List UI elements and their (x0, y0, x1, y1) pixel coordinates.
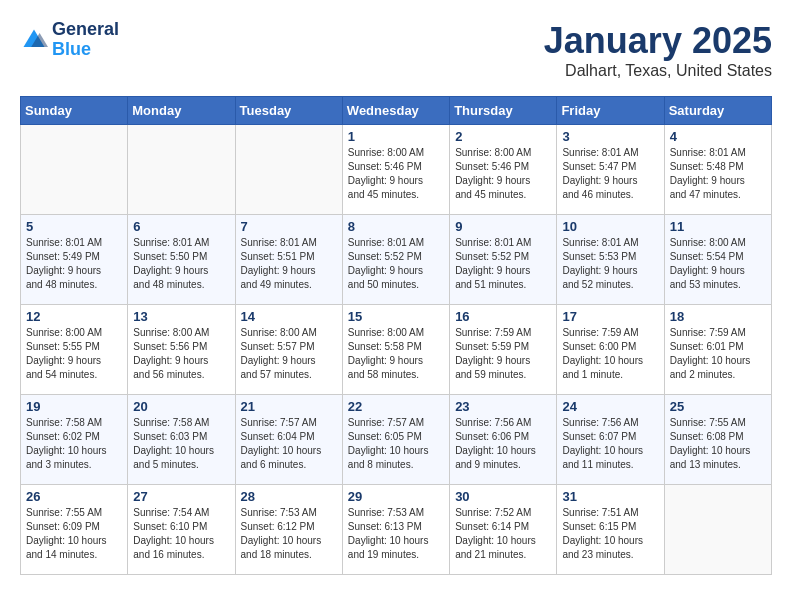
title-block: January 2025 Dalhart, Texas, United Stat… (544, 20, 772, 80)
day-info: Sunrise: 7:53 AM Sunset: 6:13 PM Dayligh… (348, 506, 444, 562)
calendar-cell: 23Sunrise: 7:56 AM Sunset: 6:06 PM Dayli… (450, 395, 557, 485)
calendar-cell: 1Sunrise: 8:00 AM Sunset: 5:46 PM Daylig… (342, 125, 449, 215)
day-number: 15 (348, 309, 444, 324)
calendar-cell: 26Sunrise: 7:55 AM Sunset: 6:09 PM Dayli… (21, 485, 128, 575)
week-row-3: 12Sunrise: 8:00 AM Sunset: 5:55 PM Dayli… (21, 305, 772, 395)
day-info: Sunrise: 7:59 AM Sunset: 6:00 PM Dayligh… (562, 326, 658, 382)
calendar-cell: 18Sunrise: 7:59 AM Sunset: 6:01 PM Dayli… (664, 305, 771, 395)
calendar-cell: 17Sunrise: 7:59 AM Sunset: 6:00 PM Dayli… (557, 305, 664, 395)
day-number: 29 (348, 489, 444, 504)
calendar-cell: 22Sunrise: 7:57 AM Sunset: 6:05 PM Dayli… (342, 395, 449, 485)
day-number: 7 (241, 219, 337, 234)
day-info: Sunrise: 8:00 AM Sunset: 5:46 PM Dayligh… (455, 146, 551, 202)
day-number: 6 (133, 219, 229, 234)
logo-line1: General (52, 20, 119, 40)
weekday-header-tuesday: Tuesday (235, 97, 342, 125)
day-number: 11 (670, 219, 766, 234)
day-number: 4 (670, 129, 766, 144)
calendar-cell: 10Sunrise: 8:01 AM Sunset: 5:53 PM Dayli… (557, 215, 664, 305)
weekday-header-monday: Monday (128, 97, 235, 125)
calendar-cell: 2Sunrise: 8:00 AM Sunset: 5:46 PM Daylig… (450, 125, 557, 215)
day-info: Sunrise: 7:59 AM Sunset: 6:01 PM Dayligh… (670, 326, 766, 382)
weekday-header-wednesday: Wednesday (342, 97, 449, 125)
calendar-table: SundayMondayTuesdayWednesdayThursdayFrid… (20, 96, 772, 575)
day-number: 5 (26, 219, 122, 234)
calendar-cell: 16Sunrise: 7:59 AM Sunset: 5:59 PM Dayli… (450, 305, 557, 395)
day-info: Sunrise: 8:01 AM Sunset: 5:48 PM Dayligh… (670, 146, 766, 202)
day-number: 22 (348, 399, 444, 414)
calendar-cell: 12Sunrise: 8:00 AM Sunset: 5:55 PM Dayli… (21, 305, 128, 395)
calendar-cell: 3Sunrise: 8:01 AM Sunset: 5:47 PM Daylig… (557, 125, 664, 215)
calendar-cell: 13Sunrise: 8:00 AM Sunset: 5:56 PM Dayli… (128, 305, 235, 395)
day-number: 9 (455, 219, 551, 234)
day-info: Sunrise: 7:56 AM Sunset: 6:06 PM Dayligh… (455, 416, 551, 472)
day-info: Sunrise: 7:54 AM Sunset: 6:10 PM Dayligh… (133, 506, 229, 562)
calendar-cell: 31Sunrise: 7:51 AM Sunset: 6:15 PM Dayli… (557, 485, 664, 575)
weekday-header-thursday: Thursday (450, 97, 557, 125)
calendar-subtitle: Dalhart, Texas, United States (544, 62, 772, 80)
day-info: Sunrise: 8:00 AM Sunset: 5:58 PM Dayligh… (348, 326, 444, 382)
day-number: 19 (26, 399, 122, 414)
calendar-cell: 29Sunrise: 7:53 AM Sunset: 6:13 PM Dayli… (342, 485, 449, 575)
calendar-cell: 28Sunrise: 7:53 AM Sunset: 6:12 PM Dayli… (235, 485, 342, 575)
day-number: 28 (241, 489, 337, 504)
page-header: General Blue January 2025 Dalhart, Texas… (20, 20, 772, 80)
day-number: 13 (133, 309, 229, 324)
day-info: Sunrise: 8:01 AM Sunset: 5:47 PM Dayligh… (562, 146, 658, 202)
day-number: 21 (241, 399, 337, 414)
calendar-cell (664, 485, 771, 575)
day-info: Sunrise: 7:55 AM Sunset: 6:08 PM Dayligh… (670, 416, 766, 472)
day-number: 20 (133, 399, 229, 414)
day-number: 24 (562, 399, 658, 414)
day-number: 17 (562, 309, 658, 324)
logo-text: General Blue (52, 20, 119, 60)
day-info: Sunrise: 7:57 AM Sunset: 6:04 PM Dayligh… (241, 416, 337, 472)
calendar-title: January 2025 (544, 20, 772, 62)
week-row-4: 19Sunrise: 7:58 AM Sunset: 6:02 PM Dayli… (21, 395, 772, 485)
day-number: 12 (26, 309, 122, 324)
calendar-cell: 20Sunrise: 7:58 AM Sunset: 6:03 PM Dayli… (128, 395, 235, 485)
day-number: 30 (455, 489, 551, 504)
day-number: 2 (455, 129, 551, 144)
calendar-cell: 8Sunrise: 8:01 AM Sunset: 5:52 PM Daylig… (342, 215, 449, 305)
calendar-cell: 9Sunrise: 8:01 AM Sunset: 5:52 PM Daylig… (450, 215, 557, 305)
day-info: Sunrise: 8:00 AM Sunset: 5:57 PM Dayligh… (241, 326, 337, 382)
calendar-cell (128, 125, 235, 215)
day-info: Sunrise: 7:58 AM Sunset: 6:02 PM Dayligh… (26, 416, 122, 472)
calendar-body: 1Sunrise: 8:00 AM Sunset: 5:46 PM Daylig… (21, 125, 772, 575)
calendar-header: SundayMondayTuesdayWednesdayThursdayFrid… (21, 97, 772, 125)
day-number: 10 (562, 219, 658, 234)
calendar-cell: 7Sunrise: 8:01 AM Sunset: 5:51 PM Daylig… (235, 215, 342, 305)
day-info: Sunrise: 8:00 AM Sunset: 5:54 PM Dayligh… (670, 236, 766, 292)
day-info: Sunrise: 7:56 AM Sunset: 6:07 PM Dayligh… (562, 416, 658, 472)
weekday-header-sunday: Sunday (21, 97, 128, 125)
day-number: 1 (348, 129, 444, 144)
day-info: Sunrise: 7:53 AM Sunset: 6:12 PM Dayligh… (241, 506, 337, 562)
calendar-cell (21, 125, 128, 215)
day-info: Sunrise: 7:55 AM Sunset: 6:09 PM Dayligh… (26, 506, 122, 562)
calendar-cell: 14Sunrise: 8:00 AM Sunset: 5:57 PM Dayli… (235, 305, 342, 395)
day-number: 25 (670, 399, 766, 414)
calendar-cell: 6Sunrise: 8:01 AM Sunset: 5:50 PM Daylig… (128, 215, 235, 305)
calendar-cell: 19Sunrise: 7:58 AM Sunset: 6:02 PM Dayli… (21, 395, 128, 485)
day-info: Sunrise: 7:57 AM Sunset: 6:05 PM Dayligh… (348, 416, 444, 472)
logo-line2: Blue (52, 40, 119, 60)
day-number: 14 (241, 309, 337, 324)
calendar-cell: 4Sunrise: 8:01 AM Sunset: 5:48 PM Daylig… (664, 125, 771, 215)
day-number: 23 (455, 399, 551, 414)
day-number: 16 (455, 309, 551, 324)
calendar-cell: 15Sunrise: 8:00 AM Sunset: 5:58 PM Dayli… (342, 305, 449, 395)
week-row-2: 5Sunrise: 8:01 AM Sunset: 5:49 PM Daylig… (21, 215, 772, 305)
day-number: 8 (348, 219, 444, 234)
calendar-cell: 5Sunrise: 8:01 AM Sunset: 5:49 PM Daylig… (21, 215, 128, 305)
calendar-cell: 24Sunrise: 7:56 AM Sunset: 6:07 PM Dayli… (557, 395, 664, 485)
logo-icon (20, 26, 48, 54)
day-info: Sunrise: 7:52 AM Sunset: 6:14 PM Dayligh… (455, 506, 551, 562)
day-info: Sunrise: 7:59 AM Sunset: 5:59 PM Dayligh… (455, 326, 551, 382)
day-info: Sunrise: 8:01 AM Sunset: 5:51 PM Dayligh… (241, 236, 337, 292)
day-number: 27 (133, 489, 229, 504)
day-info: Sunrise: 8:00 AM Sunset: 5:56 PM Dayligh… (133, 326, 229, 382)
day-info: Sunrise: 8:01 AM Sunset: 5:50 PM Dayligh… (133, 236, 229, 292)
calendar-cell: 11Sunrise: 8:00 AM Sunset: 5:54 PM Dayli… (664, 215, 771, 305)
day-number: 18 (670, 309, 766, 324)
